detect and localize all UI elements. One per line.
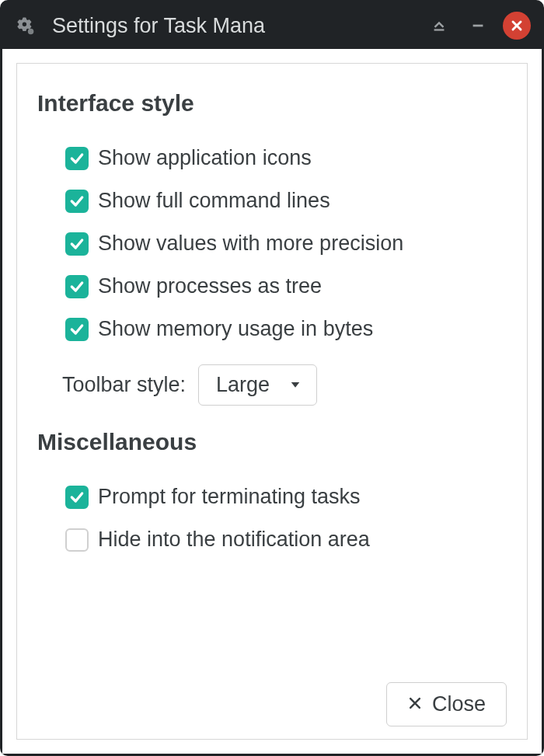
window-title: Settings for Task Mana	[47, 14, 414, 38]
content-area: Interface style Show application icons S…	[2, 49, 542, 754]
section-title-interface: Interface style	[37, 90, 507, 117]
option-hide-notification-area[interactable]: Hide into the notification area	[37, 518, 507, 561]
option-label: Hide into the notification area	[98, 528, 370, 552]
toolbar-style-value: Large	[216, 373, 270, 397]
section-title-misc: Miscellaneous	[37, 429, 507, 455]
option-label: Show values with more precision	[98, 232, 403, 256]
chevron-down-icon	[288, 373, 302, 397]
close-button[interactable]: Close	[386, 682, 507, 726]
option-label: Show application icons	[98, 146, 312, 170]
option-show-full-command-lines[interactable]: Show full command lines	[37, 179, 507, 222]
option-show-memory-bytes[interactable]: Show memory usage in bytes	[37, 308, 507, 350]
close-button-label: Close	[432, 692, 486, 716]
checkbox-show-application-icons[interactable]	[65, 147, 89, 170]
titlebar[interactable]: Settings for Task Mana	[2, 2, 542, 49]
checkbox-prompt-terminating[interactable]	[65, 486, 89, 509]
checkbox-show-values-precision[interactable]	[65, 232, 89, 256]
option-show-values-precision[interactable]: Show values with more precision	[37, 222, 507, 265]
toolbar-style-row: Toolbar style: Large	[37, 350, 507, 410]
option-label: Prompt for terminating tasks	[98, 485, 361, 509]
always-on-top-button[interactable]	[425, 12, 453, 40]
toolbar-style-select[interactable]: Large	[198, 364, 317, 406]
checkbox-show-full-command-lines[interactable]	[65, 190, 89, 213]
svg-point-0	[28, 29, 33, 34]
checkbox-show-processes-tree[interactable]	[65, 275, 89, 298]
settings-gears-icon	[13, 14, 37, 37]
option-label: Show memory usage in bytes	[98, 317, 373, 341]
checkbox-hide-notification-area[interactable]	[65, 528, 89, 552]
option-label: Show processes as tree	[98, 274, 322, 298]
toolbar-style-label: Toolbar style:	[62, 373, 186, 397]
option-show-application-icons[interactable]: Show application icons	[37, 137, 507, 179]
close-icon	[407, 692, 423, 716]
settings-frame: Interface style Show application icons S…	[16, 63, 528, 740]
settings-window: Settings for Task Mana Interface style	[0, 0, 544, 756]
minimize-button[interactable]	[464, 12, 492, 40]
dialog-footer: Close	[37, 670, 507, 726]
option-prompt-terminating[interactable]: Prompt for terminating tasks	[37, 476, 507, 518]
window-close-button[interactable]	[503, 12, 531, 40]
checkbox-show-memory-bytes[interactable]	[65, 318, 89, 341]
option-label: Show full command lines	[98, 189, 330, 213]
option-show-processes-tree[interactable]: Show processes as tree	[37, 265, 507, 308]
